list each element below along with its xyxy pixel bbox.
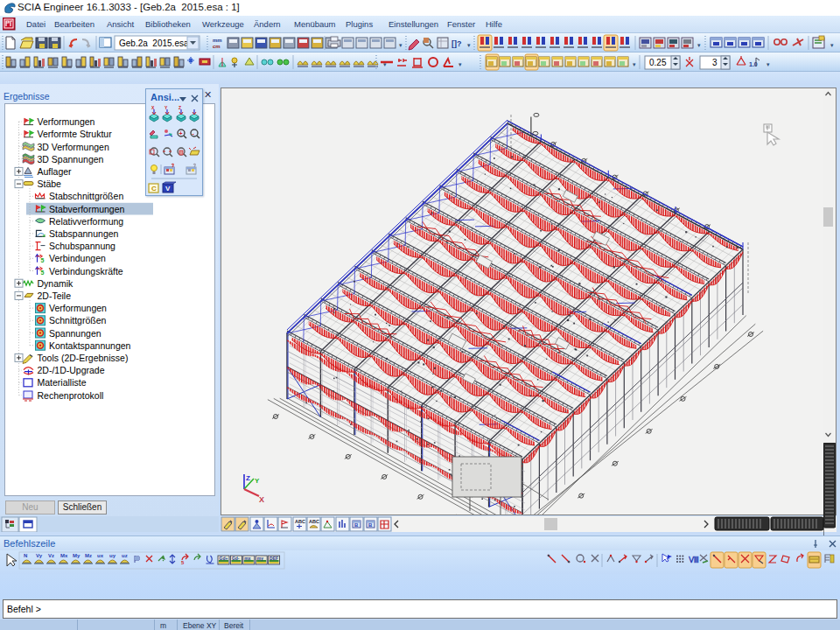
svg-text:5: 5 (41, 270, 45, 276)
svg-text:ABC: ABC (295, 519, 305, 524)
svg-text:uz: uz (122, 553, 128, 558)
svg-text:Verbindungen: Verbindungen (49, 253, 106, 263)
svg-text:Stabverformungen: Stabverformungen (49, 204, 125, 214)
svg-text:Stabspannungen: Stabspannungen (49, 228, 119, 239)
svg-text:Materialliste: Materialliste (38, 377, 87, 388)
svg-text:B: B (354, 522, 359, 528)
svg-text:Stabschnittgrößen: Stabschnittgrößen (49, 191, 123, 201)
svg-text:ABC: ABC (309, 519, 319, 524)
svg-text:Vz: Vz (48, 553, 54, 558)
svg-text:5: 5 (181, 560, 185, 565)
svg-text:X: X (259, 495, 264, 504)
svg-text:Kontaktspannungen: Kontaktspannungen (49, 340, 131, 351)
svg-text:Rechenprotokoll: Rechenprotokoll (38, 390, 104, 401)
svg-text:cm: cm (213, 44, 220, 49)
svg-text:[]?: []? (452, 39, 462, 48)
svg-text:Stäbe: Stäbe (38, 178, 62, 189)
svg-text:2D-/1D-Upgrade: 2D-/1D-Upgrade (38, 365, 105, 375)
svg-text:▾: ▾ (467, 42, 471, 48)
svg-text:Spannungen: Spannungen (49, 328, 102, 339)
svg-text:My: My (73, 553, 80, 558)
svg-text:Geb.2a 2015.esa: Geb.2a 2015.esa (119, 38, 189, 48)
svg-text:Tools (2D-Ergebnisse): Tools (2D-Ergebnisse) (38, 353, 129, 363)
svg-text:Ⅷ: Ⅷ (688, 556, 699, 564)
svg-text:Relativverformung: Relativverformung (49, 216, 123, 227)
svg-text:▾: ▾ (697, 42, 701, 48)
svg-text:Mx: Mx (60, 553, 68, 558)
svg-text:Gd+: Gd+ (220, 556, 228, 561)
svg-text:Vy: Vy (36, 553, 43, 558)
svg-text:3: 3 (712, 58, 718, 67)
svg-text:▾: ▾ (830, 42, 834, 48)
svg-text:C: C (151, 185, 157, 192)
svg-text:N: N (24, 553, 27, 558)
svg-text:Z: Z (246, 474, 250, 482)
svg-text:+: + (179, 130, 183, 136)
svg-text:ux: ux (97, 553, 104, 558)
svg-text:Gd-: Gd- (232, 556, 240, 561)
svg-text:DEF: DEF (270, 556, 278, 561)
svg-text:mm: mm (213, 38, 222, 43)
svg-text:Verformte Struktur: Verformte Struktur (38, 129, 113, 139)
svg-text:2D-Teile: 2D-Teile (38, 290, 72, 301)
svg-text:B: B (368, 522, 373, 528)
svg-text:mx: mx (244, 556, 250, 561)
svg-text:Z: Z (178, 105, 181, 110)
svg-text:▾: ▾ (766, 61, 770, 67)
svg-text:Schnittgrößen: Schnittgrößen (49, 315, 107, 326)
svg-text:Schubspannung: Schubspannung (49, 241, 116, 251)
svg-text:my: my (257, 556, 263, 561)
svg-text:-: - (192, 130, 195, 136)
svg-text:Y: Y (255, 477, 260, 485)
svg-text:3D Verformungen: 3D Verformungen (38, 142, 109, 152)
svg-text:5: 5 (41, 257, 45, 263)
svg-text:Verformungen: Verformungen (38, 116, 95, 127)
svg-text:Verbindungskräfte: Verbindungskräfte (49, 266, 123, 276)
svg-text:uy: uy (109, 553, 116, 558)
svg-text:Verformungen: Verformungen (49, 303, 107, 313)
svg-text:▾: ▾ (458, 61, 462, 67)
svg-text:0.25: 0.25 (649, 58, 667, 67)
svg-text:▾: ▾ (633, 61, 636, 67)
svg-text:▾: ▾ (399, 42, 402, 48)
svg-text:Auflager: Auflager (38, 166, 73, 177)
svg-text:3D Spannungen: 3D Spannungen (38, 154, 104, 164)
svg-text:Mz: Mz (85, 553, 92, 558)
svg-text:V: V (165, 185, 171, 192)
svg-text:Dynamik: Dynamik (38, 278, 74, 289)
